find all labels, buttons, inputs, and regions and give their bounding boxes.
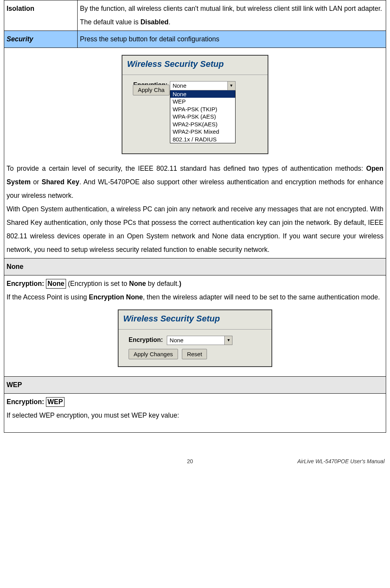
none-line1-a: Encryption:	[7, 280, 46, 287]
wss2-title: Wireless Security Setup	[119, 310, 271, 330]
none-line2-a: If the Access Point is using	[7, 293, 89, 301]
isolation-text-1: By the function, all wireless clients ca…	[80, 5, 382, 12]
p2: With Open System authentication, a wirel…	[7, 205, 383, 253]
security-desc: Press the setup button for detail config…	[78, 31, 386, 48]
wss2-apply-button[interactable]: Apply Changes	[129, 349, 178, 360]
option-wpa-tkip[interactable]: WPA-PSK (TKIP)	[170, 105, 235, 113]
option-wpa-aes[interactable]: WPA-PSK (AES)	[170, 113, 235, 121]
wep-line2: If selected WEP encryption, you must set…	[7, 409, 383, 422]
wss-screenshot-2: Wireless Security Setup Encryption: None…	[118, 309, 272, 367]
option-none[interactable]: None	[170, 90, 235, 98]
none-line2-b: , then the wireless adapter will need to…	[143, 293, 380, 301]
wss1-combo-value: None	[170, 82, 227, 90]
wep-header: WEP	[4, 377, 386, 394]
security-detail-cell: Wireless Security Setup Encryption: None…	[4, 48, 386, 258]
option-wpa2-aes[interactable]: WPA2-PSK(AES)	[170, 121, 235, 128]
wss1-apply-button[interactable]: Apply Cha	[133, 85, 170, 95]
page-number: 20	[83, 456, 297, 467]
option-8021x[interactable]: 802.1x / RADIUS	[170, 136, 235, 143]
none-line1-bold: None	[129, 280, 146, 287]
none-boxed: None	[46, 279, 66, 289]
isolation-text-2a: The default value is	[80, 18, 141, 26]
wss2-combo-value: None	[167, 336, 224, 345]
wss2-encryption-label: Encryption:	[129, 336, 165, 343]
wep-line1-a: Encryption:	[7, 398, 46, 406]
none-line1-d: )	[179, 280, 181, 287]
isolation-desc: By the function, all wireless clients ca…	[78, 0, 386, 31]
p1-mid: or	[31, 178, 41, 186]
none-section: Encryption: None (Encryption is set to N…	[4, 275, 386, 377]
chevron-down-icon[interactable]: ▾	[224, 336, 232, 345]
isolation-label: Isolation	[4, 0, 78, 31]
none-line1-c: by default.	[146, 280, 179, 287]
manual-title: AirLive WL-5470POE User's Manual	[297, 456, 385, 467]
option-wep[interactable]: WEP	[170, 98, 235, 105]
p1-b2: Shared Key	[42, 178, 80, 186]
wss2-encryption-combo[interactable]: None ▾	[167, 336, 232, 345]
none-line2-bold: Encryption None	[89, 293, 143, 301]
security-paragraph: To provide a certain level of security, …	[7, 162, 383, 257]
wep-boxed: WEP	[46, 397, 64, 407]
settings-table: Isolation By the function, all wireless …	[4, 0, 386, 433]
wep-section: Encryption: WEP If selected WEP encrypti…	[4, 394, 386, 433]
page-footer: 20 AirLive WL-5470POE User's Manual	[4, 456, 386, 471]
wss-screenshot-1: Wireless Security Setup Encryption: None…	[122, 55, 268, 154]
wss1-combo-list[interactable]: None WEP WPA-PSK (TKIP) WPA-PSK (AES) WP…	[170, 90, 236, 144]
none-line1-b: (Encryption is set to	[66, 280, 129, 287]
isolation-text-2c: .	[169, 18, 171, 26]
wss2-reset-button[interactable]: Reset	[182, 349, 207, 360]
option-wpa2-mixed[interactable]: WPA2-PSK Mixed	[170, 128, 235, 136]
none-header: None	[4, 258, 386, 275]
wss1-title: Wireless Security Setup	[122, 56, 268, 75]
isolation-text-2b: Disabled	[141, 18, 169, 26]
wss1-encryption-combo[interactable]: None ▾ None WEP WPA-PSK (TKIP) WPA-PSK (…	[170, 81, 236, 144]
p1-a: To provide a certain level of security, …	[7, 165, 366, 172]
security-label: Security	[4, 31, 78, 48]
chevron-down-icon[interactable]: ▾	[227, 82, 235, 90]
